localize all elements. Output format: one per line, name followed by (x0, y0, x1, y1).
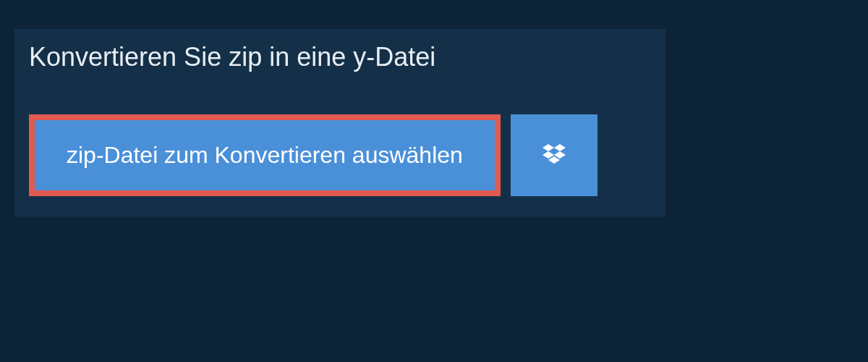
dropbox-icon (540, 141, 569, 170)
dropbox-button[interactable] (511, 114, 597, 196)
select-file-label: zip-Datei zum Konvertieren auswählen (67, 142, 463, 169)
page-title: Konvertieren Sie zip in eine y-Datei (29, 42, 435, 72)
button-row: zip-Datei zum Konvertieren auswählen (14, 85, 665, 196)
select-file-button[interactable]: zip-Datei zum Konvertieren auswählen (29, 114, 501, 196)
title-bar: Konvertieren Sie zip in eine y-Datei (14, 29, 456, 85)
converter-panel: Konvertieren Sie zip in eine y-Datei zip… (14, 29, 665, 216)
